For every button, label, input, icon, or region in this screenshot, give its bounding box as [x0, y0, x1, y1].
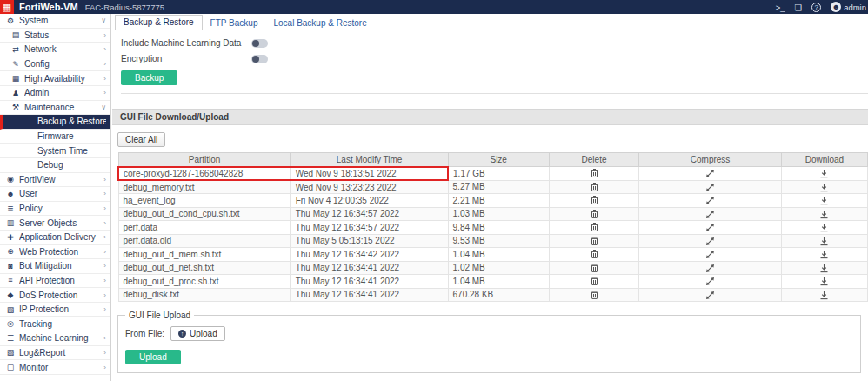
compress-icon[interactable] [705, 236, 715, 245]
col-download: Download [781, 153, 867, 167]
compress-icon[interactable] [705, 290, 715, 299]
delete-trash-icon[interactable] [590, 276, 599, 285]
sidebar-item-machine-learning[interactable]: ☰ Machine Learning › [0, 331, 110, 346]
sidebar-item-admin[interactable]: ♟ Admin › [0, 86, 110, 101]
compress-icon[interactable] [705, 209, 715, 218]
maintenance-icon: ⚒ [10, 103, 21, 111]
sidebar-item-label: Monitor [19, 363, 103, 372]
delete-trash-icon[interactable] [590, 236, 599, 245]
compress-icon[interactable] [705, 263, 715, 272]
chevron-icon: › [103, 31, 106, 39]
sidebar-item-system[interactable]: ⚙ System ∨ [0, 14, 110, 29]
sidebar-item-system-time[interactable]: System Time [0, 144, 110, 158]
cell-time: Thu May 12 16:34:42 2022 [290, 248, 448, 262]
cell-size: 670.28 KB [448, 288, 549, 302]
sidebar-item-user[interactable]: ☻ User › [0, 187, 110, 202]
include-ml-label: Include Machine Learning Data [121, 38, 251, 48]
sidebar-item-api-protection[interactable]: ≡ API Protection › [0, 274, 110, 289]
hostname: FAC-Radius-5877775 [85, 3, 164, 12]
sidebar-item-server-objects[interactable]: ▥ Server Objects › [0, 216, 110, 231]
sidebar-item-label: Policy [19, 204, 103, 213]
cli-console-icon[interactable]: >_ [776, 3, 785, 12]
delete-trash-icon[interactable] [590, 290, 599, 299]
cell-size: 9.53 MB [448, 234, 549, 248]
download-icon[interactable] [819, 249, 829, 258]
cell-size: 9.84 MB [448, 221, 549, 235]
tab-local-backup-restore[interactable]: Local Backup & Restore [265, 17, 374, 30]
sidebar-item-tracking[interactable]: ◎ Tracking [0, 317, 110, 331]
compress-icon[interactable] [705, 276, 715, 285]
table-row: perf.data Thu May 12 16:34:57 2022 9.84 … [118, 221, 868, 235]
upload-circle-icon: ↑ [178, 330, 186, 338]
sidebar-item-maintenance[interactable]: ⚒ Maintenance ∨ [0, 101, 110, 116]
monitor-icon: ▢ [5, 363, 16, 371]
sidebar-item-config[interactable]: ✎ Config › [0, 57, 110, 72]
compress-icon[interactable] [705, 182, 715, 191]
sidebar-item-policy[interactable]: ≣ Policy › [0, 202, 110, 217]
tab-ftp-backup[interactable]: FTP Backup [203, 17, 266, 30]
tab-backup-restore[interactable]: Backup & Restore [115, 15, 203, 30]
sidebar-item-label: Server Objects [19, 218, 103, 228]
bot-mitigation-icon: ◙ [5, 262, 16, 271]
cell-time: Thu May 12 16:34:41 2022 [290, 261, 448, 275]
sidebar-item-label: Debug [37, 160, 106, 170]
chevron-icon: › [103, 262, 106, 270]
download-icon[interactable] [819, 182, 829, 191]
clear-all-button[interactable]: Clear All [117, 132, 165, 147]
backup-button[interactable]: Backup [121, 70, 177, 85]
delete-trash-icon[interactable] [590, 168, 599, 177]
admin-menu[interactable]: ☻ admin [831, 2, 866, 12]
sidebar-item-debug[interactable]: Debug [0, 158, 110, 173]
chevron-icon: › [103, 364, 106, 371]
sidebar-item-ip-protection[interactable]: ▧ IP Protection › [0, 303, 110, 318]
fullscreen-icon[interactable]: ❏ [795, 3, 803, 12]
sidebar-item-label: High Availability [24, 74, 103, 84]
download-icon[interactable] [819, 168, 829, 177]
delete-trash-icon[interactable] [590, 195, 599, 204]
sidebar-item-high-availability[interactable]: ▦ High Availability › [0, 71, 110, 86]
compress-icon[interactable] [705, 249, 715, 258]
compress-icon[interactable] [705, 195, 715, 204]
download-icon[interactable] [819, 263, 829, 272]
download-icon[interactable] [819, 209, 829, 218]
compress-icon[interactable] [705, 222, 715, 231]
sidebar-item-label: User [19, 189, 103, 198]
gear-icon: ⚙ [5, 17, 16, 25]
delete-trash-icon[interactable] [590, 209, 599, 218]
delete-trash-icon[interactable] [590, 263, 599, 272]
file-chooser-button[interactable]: ↑ Upload [170, 326, 225, 341]
upload-button[interactable]: Upload [125, 350, 181, 364]
from-file-label: From File: [125, 329, 164, 338]
download-icon[interactable] [819, 276, 829, 285]
download-icon[interactable] [819, 195, 829, 204]
sidebar-item-status[interactable]: ▤ Status › [0, 29, 110, 43]
compress-icon[interactable] [705, 168, 715, 177]
sidebar-item-application-delivery[interactable]: ✚ Application Delivery › [0, 231, 110, 245]
encryption-toggle[interactable] [251, 55, 268, 64]
sidebar-item-firmware[interactable]: Firmware [0, 130, 110, 144]
sidebar-item-network[interactable]: ⇄ Network › [0, 43, 110, 57]
sidebar-item-dos-protection[interactable]: ◆ DoS Protection › [0, 288, 110, 303]
sidebar-item-web-protection[interactable]: ⊕ Web Protection › [0, 245, 110, 260]
divider [121, 93, 868, 94]
sidebar-item-bot-mitigation[interactable]: ◙ Bot Mitigation › [0, 259, 110, 274]
download-icon[interactable] [819, 290, 829, 299]
help-icon[interactable]: ? [811, 3, 821, 12]
cell-partition: core-proxyd-1287-1668042828 [118, 167, 290, 181]
main-content: Backup & RestoreFTP BackupLocal Backup &… [112, 14, 868, 381]
download-icon[interactable] [819, 236, 829, 245]
delete-trash-icon[interactable] [590, 182, 599, 191]
delete-trash-icon[interactable] [590, 249, 599, 258]
sidebar-item-log-report[interactable]: ▨ Log&Report › [0, 346, 110, 361]
sidebar-item-label: Maintenance [24, 103, 101, 112]
sidebar-item-backup-restore[interactable]: Backup & Restore [0, 115, 110, 130]
include-ml-toggle[interactable] [251, 39, 268, 48]
chevron-icon: › [103, 277, 106, 284]
sidebar-item-monitor[interactable]: ▢ Monitor › [0, 360, 110, 375]
delete-trash-icon[interactable] [590, 222, 599, 231]
cell-time: Wed Nov 9 18:13:51 2022 [290, 167, 448, 181]
cell-partition: ha_event_log [118, 194, 290, 208]
sidebar-item-fortiview[interactable]: ◉ FortiView › [0, 173, 110, 188]
download-icon[interactable] [819, 222, 829, 231]
chevron-icon: › [103, 75, 106, 83]
